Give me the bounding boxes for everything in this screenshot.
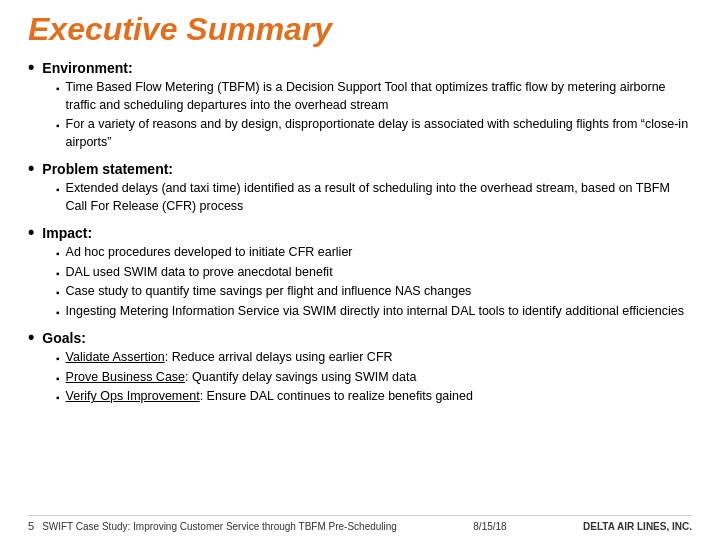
list-item: ▪ Ad hoc procedures developed to initiat… [56,244,692,262]
list-item: ▪ Extended delays (and taxi time) identi… [56,180,692,215]
goals-item-1: Validate Assertion: Reduce arrival delay… [66,349,692,367]
sub-bullet: ▪ [56,82,60,96]
environment-subitems: ▪ Time Based Flow Metering (TBFM) is a D… [28,79,692,151]
section-goals: • Goals: ▪ Validate Assertion: Reduce ar… [28,328,692,406]
bullet-impact: • [28,223,34,241]
section-title-impact: Impact: [42,225,92,241]
impact-item-2: DAL used SWIM data to prove anecdotal be… [66,264,692,282]
page-container: Executive Summary • Environment: ▪ Time … [0,0,720,540]
impact-item-4: Ingesting Metering Information Service v… [66,303,692,321]
goals-item-1-text: : Reduce arrival delays using earlier CF… [165,350,393,364]
bullet-problem: • [28,159,34,177]
goals-item-2-label: Prove Business Case [66,370,186,384]
sub-bullet: ▪ [56,183,60,197]
sub-bullet: ▪ [56,372,60,386]
list-item: ▪ Case study to quantify time savings pe… [56,283,692,301]
sub-bullet: ▪ [56,267,60,281]
sub-bullet: ▪ [56,352,60,366]
page-title: Executive Summary [28,10,692,48]
bullet-goals: • [28,328,34,346]
section-environment: • Environment: ▪ Time Based Flow Meterin… [28,58,692,151]
sub-bullet: ▪ [56,306,60,320]
problem-subitems: ▪ Extended delays (and taxi time) identi… [28,180,692,215]
main-content: • Environment: ▪ Time Based Flow Meterin… [28,58,692,511]
list-item: ▪ Validate Assertion: Reduce arrival del… [56,349,692,367]
problem-item-1: Extended delays (and taxi time) identifi… [66,180,692,215]
sub-bullet: ▪ [56,391,60,405]
goals-item-2-text: : Quantify delay savings using SWIM data [185,370,416,384]
goals-item-3-label: Verify Ops Improvement [66,389,200,403]
section-header-impact: • Impact: [28,223,692,241]
sub-bullet: ▪ [56,247,60,261]
goals-subitems: ▪ Validate Assertion: Reduce arrival del… [28,349,692,406]
list-item: ▪ DAL used SWIM data to prove anecdotal … [56,264,692,282]
impact-subitems: ▪ Ad hoc procedures developed to initiat… [28,244,692,320]
impact-item-3: Case study to quantify time savings per … [66,283,692,301]
section-header-environment: • Environment: [28,58,692,76]
section-title-environment: Environment: [42,60,132,76]
goals-item-2: Prove Business Case: Quantify delay savi… [66,369,692,387]
section-title-problem: Problem statement: [42,161,173,177]
bullet-environment: • [28,58,34,76]
goals-item-1-label: Validate Assertion [66,350,165,364]
sub-bullet: ▪ [56,119,60,133]
list-item: ▪ For a variety of reasons and by design… [56,116,692,151]
section-header-problem: • Problem statement: [28,159,692,177]
footer: 5 SWIFT Case Study: Improving Customer S… [28,515,692,532]
section-title-goals: Goals: [42,330,86,346]
footer-slide-title: SWIFT Case Study: Improving Customer Ser… [42,521,397,532]
environment-item-2: For a variety of reasons and by design, … [66,116,692,151]
section-header-goals: • Goals: [28,328,692,346]
sub-bullet: ▪ [56,286,60,300]
footer-company: DELTA AIR LINES, INC. [583,521,692,532]
footer-date: 8/15/18 [473,521,506,532]
footer-page-number: 5 [28,520,34,532]
list-item: ▪ Verify Ops Improvement: Ensure DAL con… [56,388,692,406]
goals-item-3-text: : Ensure DAL continues to realize benefi… [200,389,473,403]
footer-left: 5 SWIFT Case Study: Improving Customer S… [28,520,397,532]
section-problem: • Problem statement: ▪ Extended delays (… [28,159,692,215]
list-item: ▪ Time Based Flow Metering (TBFM) is a D… [56,79,692,114]
impact-item-1: Ad hoc procedures developed to initiate … [66,244,692,262]
list-item: ▪ Prove Business Case: Quantify delay sa… [56,369,692,387]
list-item: ▪ Ingesting Metering Information Service… [56,303,692,321]
goals-item-3: Verify Ops Improvement: Ensure DAL conti… [66,388,692,406]
section-impact: • Impact: ▪ Ad hoc procedures developed … [28,223,692,320]
environment-item-1: Time Based Flow Metering (TBFM) is a Dec… [66,79,692,114]
